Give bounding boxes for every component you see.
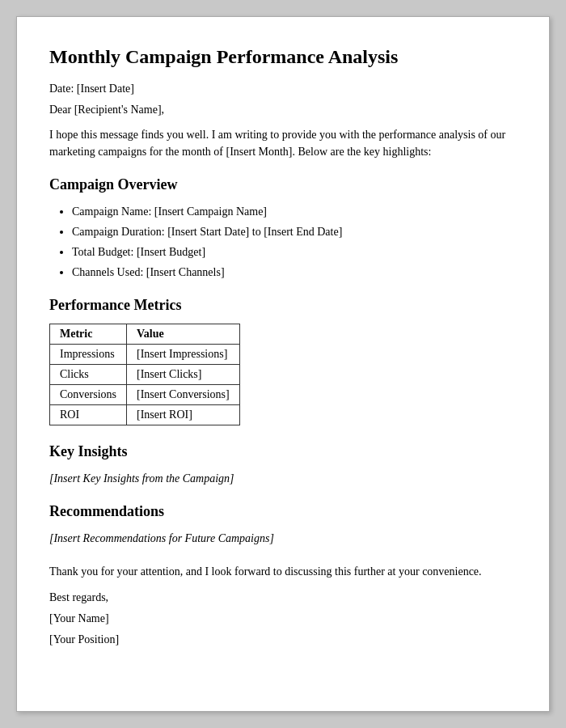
- metric-name: Conversions: [50, 385, 127, 405]
- recommendations-body: [Insert Recommendations for Future Campa…: [49, 530, 517, 547]
- metric-name: ROI: [50, 405, 127, 425]
- metrics-table: Metric Value Impressions [Insert Impress…: [49, 324, 240, 425]
- metric-value: [Insert Impressions]: [127, 345, 240, 365]
- document-intro: I hope this message finds you well. I am…: [49, 126, 517, 160]
- table-row: Conversions [Insert Conversions]: [50, 385, 240, 405]
- metric-name: Clicks: [50, 365, 127, 385]
- metric-name: Impressions: [50, 345, 127, 365]
- key-insights-body: [Insert Key Insights from the Campaign]: [49, 470, 517, 487]
- list-item: Channels Used: [Insert Channels]: [72, 264, 517, 281]
- metric-value: [Insert Clicks]: [127, 365, 240, 385]
- list-item: Campaign Name: [Insert Campaign Name]: [72, 203, 517, 220]
- closing-position: [Your Position]: [49, 633, 517, 646]
- list-item: Campaign Duration: [Insert Start Date] t…: [72, 223, 517, 240]
- closing-text: Thank you for your attention, and I look…: [49, 563, 517, 580]
- section-heading-recommendations: Recommendations: [49, 503, 517, 520]
- document-date: Date: [Insert Date]: [49, 83, 517, 95]
- document-page: Monthly Campaign Performance Analysis Da…: [16, 16, 550, 712]
- table-header-row: Metric Value: [50, 324, 240, 345]
- document-salutation: Dear [Recipient's Name],: [49, 104, 517, 116]
- section-heading-campaign-overview: Campaign Overview: [49, 176, 517, 193]
- table-row: Impressions [Insert Impressions]: [50, 345, 240, 365]
- campaign-overview-list: Campaign Name: [Insert Campaign Name] Ca…: [49, 203, 517, 281]
- section-heading-performance-metrics: Performance Metrics: [49, 297, 517, 314]
- table-header-value: Value: [127, 324, 240, 345]
- section-heading-key-insights: Key Insights: [49, 443, 517, 460]
- metric-value: [Insert ROI]: [127, 405, 240, 425]
- table-header-metric: Metric: [50, 324, 127, 345]
- document-title: Monthly Campaign Performance Analysis: [49, 46, 517, 68]
- table-row: Clicks [Insert Clicks]: [50, 365, 240, 385]
- closing-regards: Best regards,: [49, 591, 517, 604]
- closing-name: [Your Name]: [49, 612, 517, 625]
- list-item: Total Budget: [Insert Budget]: [72, 243, 517, 260]
- metric-value: [Insert Conversions]: [127, 385, 240, 405]
- table-row: ROI [Insert ROI]: [50, 405, 240, 425]
